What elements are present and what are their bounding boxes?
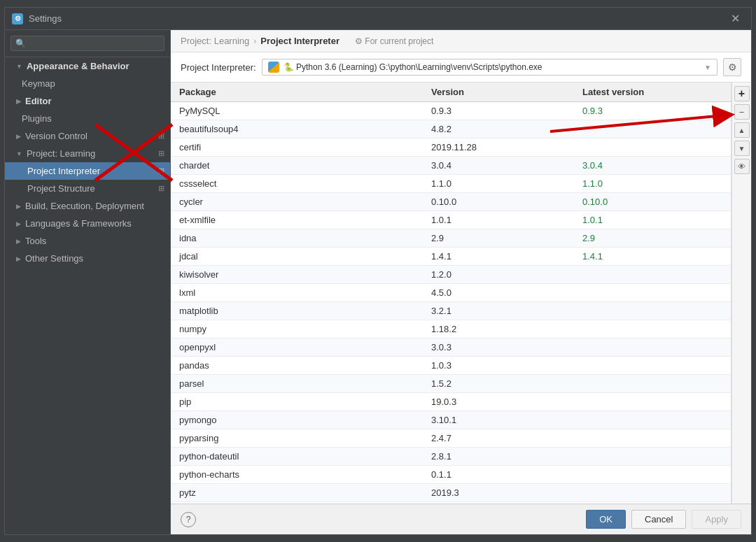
table-actions: + − ▲ ▼ 👁 xyxy=(732,83,751,504)
table-row[interactable]: idna2.92.9 xyxy=(171,229,731,248)
package-name: et-xmlfile xyxy=(171,211,423,229)
package-version: 3.0.4 xyxy=(423,157,574,175)
sidebar-item-project-structure[interactable]: Project Structure ⊞ xyxy=(5,180,170,197)
expand-arrow: ▼ xyxy=(16,63,22,70)
sidebar-item-build[interactable]: ▶ Build, Execution, Deployment xyxy=(5,197,170,215)
title-bar: ⚙ Settings ✕ xyxy=(5,8,751,30)
package-name: kiwisolver xyxy=(171,266,423,284)
package-name: pytz xyxy=(171,484,423,502)
table-row[interactable]: lxml4.5.0 xyxy=(171,284,731,302)
package-name: lxml xyxy=(171,284,423,302)
package-version: 1.5.2 xyxy=(423,375,574,393)
search-input[interactable] xyxy=(10,36,164,51)
table-row[interactable]: beautifulsoup44.8.2 xyxy=(171,120,731,138)
expand-arrow-proj: ▼ xyxy=(16,150,22,157)
interpreter-row: Project Interpreter: 🐍 Python 3.6 (Learn… xyxy=(171,52,751,83)
table-row[interactable]: kiwisolver1.2.0 xyxy=(171,266,731,284)
table-row[interactable]: cycler0.10.00.10.0 xyxy=(171,193,731,211)
package-latest xyxy=(574,320,731,338)
bottom-bar: ? OK Cancel Apply xyxy=(171,504,751,534)
package-version: 2019.11.28 xyxy=(423,138,574,157)
table-row[interactable]: et-xmlfile1.0.11.0.1 xyxy=(171,211,731,229)
package-latest: 0.9.3 xyxy=(574,102,731,120)
package-latest xyxy=(574,484,731,502)
packages-table: Package Version Latest version PyMySQL0.… xyxy=(171,83,731,502)
table-row[interactable]: pip19.0.3 xyxy=(171,393,731,411)
package-latest xyxy=(574,411,731,429)
package-version: 1.2.0 xyxy=(423,266,574,284)
table-row[interactable]: pandas1.0.3 xyxy=(171,357,731,375)
help-button[interactable]: ? xyxy=(181,512,196,527)
package-version: 2.8.1 xyxy=(423,448,574,466)
interpreter-value: 🐍 Python 3.6 (Learning) G:\python\Learni… xyxy=(284,62,542,72)
package-version: 1.0.1 xyxy=(423,211,574,229)
sidebar-item-other[interactable]: ▶ Other Settings xyxy=(5,250,170,267)
table-row[interactable]: openpyxl3.0.3 xyxy=(171,338,731,357)
interpreter-label: Project Interpreter: xyxy=(181,62,256,73)
breadcrumb-arrow: › xyxy=(253,36,256,46)
package-version: 3.2.1 xyxy=(423,302,574,320)
table-row[interactable]: pymongo3.10.1 xyxy=(171,411,731,429)
sidebar-item-version-control[interactable]: ▶ Version Control ⊞ xyxy=(5,127,170,145)
app-icon: ⚙ xyxy=(12,13,23,24)
eye-button[interactable]: 👁 xyxy=(734,159,750,174)
table-row[interactable]: certifi2019.11.28 xyxy=(171,138,731,157)
package-name: python-dateutil xyxy=(171,448,423,466)
remove-package-button[interactable]: − xyxy=(734,104,750,120)
package-version: 2.9 xyxy=(423,229,574,248)
col-latest[interactable]: Latest version xyxy=(574,83,731,102)
apply-button[interactable]: Apply xyxy=(692,510,741,529)
package-name: PyMySQL xyxy=(171,102,423,120)
cancel-button[interactable]: Cancel xyxy=(631,510,686,529)
sidebar-item-project-interpreter[interactable]: Project Interpreter ⊞ xyxy=(5,162,170,180)
sidebar-item-keymap[interactable]: Keymap xyxy=(5,75,170,92)
package-version: 0.10.0 xyxy=(423,193,574,211)
package-version: 0.1.1 xyxy=(423,466,574,484)
interpreter-dropdown[interactable]: 🐍 Python 3.6 (Learning) G:\python\Learni… xyxy=(262,59,718,76)
ok-button[interactable]: OK xyxy=(586,510,626,529)
col-version[interactable]: Version xyxy=(423,83,574,102)
package-name: numpy xyxy=(171,320,423,338)
table-row[interactable]: python-echarts0.1.1 xyxy=(171,466,731,484)
table-row[interactable]: jdcal1.4.11.4.1 xyxy=(171,248,731,266)
close-button[interactable]: ✕ xyxy=(727,10,744,27)
project-icon: ⊞ xyxy=(158,149,164,158)
expand-arrow-build: ▶ xyxy=(16,203,21,210)
package-name: certifi xyxy=(171,138,423,157)
packages-table-container[interactable]: Package Version Latest version PyMySQL0.… xyxy=(171,83,732,504)
breadcrumb-current: Project Interpreter xyxy=(260,36,340,46)
sidebar-item-editor[interactable]: ▶ Editor xyxy=(5,92,170,110)
sidebar-item-project-learning[interactable]: ▼ Project: Learning ⊞ xyxy=(5,145,170,162)
package-latest: 1.0.1 xyxy=(574,211,731,229)
table-row[interactable]: python-dateutil2.8.1 xyxy=(171,448,731,466)
sidebar-item-tools[interactable]: ▶ Tools xyxy=(5,232,170,250)
move-down-button[interactable]: ▼ xyxy=(734,141,750,156)
package-version: 2.4.7 xyxy=(423,429,574,448)
table-row[interactable]: PyMySQL0.9.30.9.3 xyxy=(171,102,731,120)
package-latest xyxy=(574,375,731,393)
table-row[interactable]: matplotlib3.2.1 xyxy=(171,302,731,320)
package-name: jdcal xyxy=(171,248,423,266)
package-latest: 1.4.1 xyxy=(574,248,731,266)
package-version: 1.4.1 xyxy=(423,248,574,266)
table-row[interactable]: parsel1.5.2 xyxy=(171,375,731,393)
gear-button[interactable]: ⚙ xyxy=(723,58,741,76)
add-package-button[interactable]: + xyxy=(734,86,750,101)
table-row[interactable]: cssselect1.1.01.1.0 xyxy=(171,175,731,193)
col-package[interactable]: Package xyxy=(171,83,423,102)
package-name: pip xyxy=(171,393,423,411)
table-row[interactable]: pytz2019.3 xyxy=(171,484,731,502)
expand-arrow-lang: ▶ xyxy=(16,220,21,227)
structure-icon: ⊞ xyxy=(158,184,164,193)
expand-arrow-tools: ▶ xyxy=(16,238,21,245)
package-name: cssselect xyxy=(171,175,423,193)
table-row[interactable]: pyparsing2.4.7 xyxy=(171,429,731,448)
package-name: pyparsing xyxy=(171,429,423,448)
table-row[interactable]: chardet3.0.43.0.4 xyxy=(171,157,731,175)
sidebar-item-appearance[interactable]: ▼ Appearance & Behavior xyxy=(5,57,170,75)
sidebar-item-languages[interactable]: ▶ Languages & Frameworks xyxy=(5,215,170,232)
move-up-button[interactable]: ▲ xyxy=(734,122,750,138)
table-row[interactable]: numpy1.18.2 xyxy=(171,320,731,338)
sidebar-item-plugins[interactable]: Plugins xyxy=(5,110,170,127)
package-name: beautifulsoup4 xyxy=(171,120,423,138)
